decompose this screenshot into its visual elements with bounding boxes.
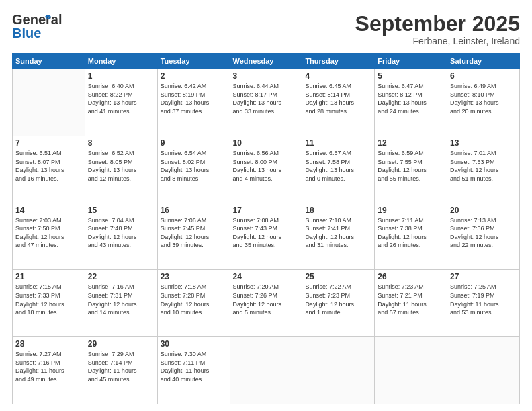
week-row-0: 1Sunrise: 6:40 AM Sunset: 8:22 PM Daylig… xyxy=(13,69,520,136)
col-header-sunday: Sunday xyxy=(13,54,85,69)
day-info: Sunrise: 6:42 AM Sunset: 8:19 PM Dayligh… xyxy=(161,82,227,116)
calendar-cell: 14Sunrise: 7:03 AM Sunset: 7:50 PM Dayli… xyxy=(13,203,85,270)
day-number: 17 xyxy=(233,205,300,215)
day-number: 9 xyxy=(161,138,227,148)
day-number: 30 xyxy=(161,339,227,349)
col-header-monday: Monday xyxy=(85,54,157,69)
day-info: Sunrise: 7:03 AM Sunset: 7:50 PM Dayligh… xyxy=(15,216,82,250)
day-number: 1 xyxy=(88,71,154,81)
calendar-cell: 5Sunrise: 6:47 AM Sunset: 8:12 PM Daylig… xyxy=(375,69,447,136)
calendar-cell: 8Sunrise: 6:52 AM Sunset: 8:05 PM Daylig… xyxy=(85,136,157,203)
day-number: 7 xyxy=(15,138,82,148)
calendar-cell: 9Sunrise: 6:54 AM Sunset: 8:02 PM Daylig… xyxy=(157,136,230,203)
week-row-2: 14Sunrise: 7:03 AM Sunset: 7:50 PM Dayli… xyxy=(13,203,520,270)
day-number: 6 xyxy=(450,71,517,81)
day-number: 29 xyxy=(88,339,154,349)
calendar-cell: 13Sunrise: 7:01 AM Sunset: 7:53 PM Dayli… xyxy=(447,136,520,203)
calendar-cell: 25Sunrise: 7:22 AM Sunset: 7:23 PM Dayli… xyxy=(302,270,375,337)
day-info: Sunrise: 7:13 AM Sunset: 7:36 PM Dayligh… xyxy=(450,216,517,250)
week-row-1: 7Sunrise: 6:51 AM Sunset: 8:07 PM Daylig… xyxy=(13,136,520,203)
day-number: 27 xyxy=(450,272,517,281)
calendar-cell: 30Sunrise: 7:30 AM Sunset: 7:11 PM Dayli… xyxy=(157,337,230,404)
logo: General Blue xyxy=(12,12,47,40)
header: General Blue September 2025 Ferbane, Lei… xyxy=(12,12,520,46)
day-info: Sunrise: 6:47 AM Sunset: 8:12 PM Dayligh… xyxy=(378,82,444,116)
day-number: 3 xyxy=(233,71,300,81)
calendar-cell: 18Sunrise: 7:10 AM Sunset: 7:41 PM Dayli… xyxy=(302,203,375,270)
day-info: Sunrise: 7:18 AM Sunset: 7:28 PM Dayligh… xyxy=(161,283,227,316)
col-header-tuesday: Tuesday xyxy=(157,54,230,69)
calendar-header-row: SundayMondayTuesdayWednesdayThursdayFrid… xyxy=(13,54,520,69)
location: Ferbane, Leinster, Ireland xyxy=(355,36,520,46)
calendar-cell: 6Sunrise: 6:49 AM Sunset: 8:10 PM Daylig… xyxy=(447,69,520,136)
day-info: Sunrise: 7:08 AM Sunset: 7:43 PM Dayligh… xyxy=(233,216,300,250)
day-number: 12 xyxy=(378,138,444,148)
logo-bird-icon xyxy=(40,13,52,26)
day-number: 2 xyxy=(161,71,227,81)
day-number: 24 xyxy=(233,272,300,281)
day-info: Sunrise: 6:57 AM Sunset: 7:58 PM Dayligh… xyxy=(305,149,371,183)
month-title: September 2025 xyxy=(355,12,520,36)
calendar-cell: 10Sunrise: 6:56 AM Sunset: 8:00 PM Dayli… xyxy=(230,136,302,203)
day-info: Sunrise: 7:04 AM Sunset: 7:48 PM Dayligh… xyxy=(88,216,154,250)
day-number: 5 xyxy=(378,71,444,81)
day-number: 22 xyxy=(88,272,154,281)
calendar-cell: 19Sunrise: 7:11 AM Sunset: 7:38 PM Dayli… xyxy=(375,203,447,270)
day-info: Sunrise: 6:45 AM Sunset: 8:14 PM Dayligh… xyxy=(305,82,371,116)
calendar-cell: 20Sunrise: 7:13 AM Sunset: 7:36 PM Dayli… xyxy=(447,203,520,270)
day-number: 11 xyxy=(305,138,371,148)
day-info: Sunrise: 7:30 AM Sunset: 7:11 PM Dayligh… xyxy=(161,350,227,383)
day-info: Sunrise: 7:22 AM Sunset: 7:23 PM Dayligh… xyxy=(305,283,371,316)
calendar-cell: 28Sunrise: 7:27 AM Sunset: 7:16 PM Dayli… xyxy=(13,337,85,404)
day-number: 14 xyxy=(15,205,82,215)
day-info: Sunrise: 7:25 AM Sunset: 7:19 PM Dayligh… xyxy=(450,283,517,316)
calendar-cell xyxy=(13,69,85,136)
calendar-cell: 21Sunrise: 7:15 AM Sunset: 7:33 PM Dayli… xyxy=(13,270,85,337)
col-header-friday: Friday xyxy=(375,54,447,69)
day-info: Sunrise: 7:23 AM Sunset: 7:21 PM Dayligh… xyxy=(378,283,444,316)
calendar-cell: 11Sunrise: 6:57 AM Sunset: 7:58 PM Dayli… xyxy=(302,136,375,203)
day-number: 16 xyxy=(161,205,227,215)
day-info: Sunrise: 7:20 AM Sunset: 7:26 PM Dayligh… xyxy=(233,283,300,316)
day-info: Sunrise: 7:01 AM Sunset: 7:53 PM Dayligh… xyxy=(450,149,517,183)
calendar-table: SundayMondayTuesdayWednesdayThursdayFrid… xyxy=(12,53,520,404)
logo-blue: Blue xyxy=(12,26,41,41)
day-info: Sunrise: 6:56 AM Sunset: 8:00 PM Dayligh… xyxy=(233,149,300,183)
calendar-cell: 26Sunrise: 7:23 AM Sunset: 7:21 PM Dayli… xyxy=(375,270,447,337)
day-number: 8 xyxy=(88,138,154,148)
day-number: 13 xyxy=(450,138,517,148)
col-header-saturday: Saturday xyxy=(447,54,520,69)
calendar-cell xyxy=(375,337,447,404)
calendar-cell: 17Sunrise: 7:08 AM Sunset: 7:43 PM Dayli… xyxy=(230,203,302,270)
title-block: September 2025 Ferbane, Leinster, Irelan… xyxy=(355,12,520,46)
calendar-cell: 4Sunrise: 6:45 AM Sunset: 8:14 PM Daylig… xyxy=(302,69,375,136)
calendar-cell: 24Sunrise: 7:20 AM Sunset: 7:26 PM Dayli… xyxy=(230,270,302,337)
calendar-cell: 29Sunrise: 7:29 AM Sunset: 7:14 PM Dayli… xyxy=(85,337,157,404)
calendar-cell: 2Sunrise: 6:42 AM Sunset: 8:19 PM Daylig… xyxy=(157,69,230,136)
day-number: 23 xyxy=(161,272,227,281)
calendar-cell: 7Sunrise: 6:51 AM Sunset: 8:07 PM Daylig… xyxy=(13,136,85,203)
calendar-cell: 12Sunrise: 6:59 AM Sunset: 7:55 PM Dayli… xyxy=(375,136,447,203)
calendar-cell xyxy=(447,337,520,404)
calendar-cell: 16Sunrise: 7:06 AM Sunset: 7:45 PM Dayli… xyxy=(157,203,230,270)
calendar-cell xyxy=(302,337,375,404)
calendar-cell: 1Sunrise: 6:40 AM Sunset: 8:22 PM Daylig… xyxy=(85,69,157,136)
calendar-cell: 22Sunrise: 7:16 AM Sunset: 7:31 PM Dayli… xyxy=(85,270,157,337)
day-info: Sunrise: 6:59 AM Sunset: 7:55 PM Dayligh… xyxy=(378,149,444,183)
day-number: 25 xyxy=(305,272,371,281)
calendar-cell: 27Sunrise: 7:25 AM Sunset: 7:19 PM Dayli… xyxy=(447,270,520,337)
day-number: 18 xyxy=(305,205,371,215)
day-info: Sunrise: 7:11 AM Sunset: 7:38 PM Dayligh… xyxy=(378,216,444,250)
day-info: Sunrise: 7:15 AM Sunset: 7:33 PM Dayligh… xyxy=(15,283,82,316)
day-number: 15 xyxy=(88,205,154,215)
day-info: Sunrise: 7:10 AM Sunset: 7:41 PM Dayligh… xyxy=(305,216,371,250)
day-info: Sunrise: 7:16 AM Sunset: 7:31 PM Dayligh… xyxy=(88,283,154,316)
day-info: Sunrise: 7:06 AM Sunset: 7:45 PM Dayligh… xyxy=(161,216,227,250)
day-number: 20 xyxy=(450,205,517,215)
page: General Blue September 2025 Ferbane, Lei… xyxy=(0,0,532,411)
day-info: Sunrise: 7:27 AM Sunset: 7:16 PM Dayligh… xyxy=(15,350,82,383)
day-info: Sunrise: 6:51 AM Sunset: 8:07 PM Dayligh… xyxy=(15,149,82,183)
day-info: Sunrise: 6:54 AM Sunset: 8:02 PM Dayligh… xyxy=(161,149,227,183)
day-info: Sunrise: 6:49 AM Sunset: 8:10 PM Dayligh… xyxy=(450,82,517,116)
day-info: Sunrise: 6:52 AM Sunset: 8:05 PM Dayligh… xyxy=(88,149,154,183)
